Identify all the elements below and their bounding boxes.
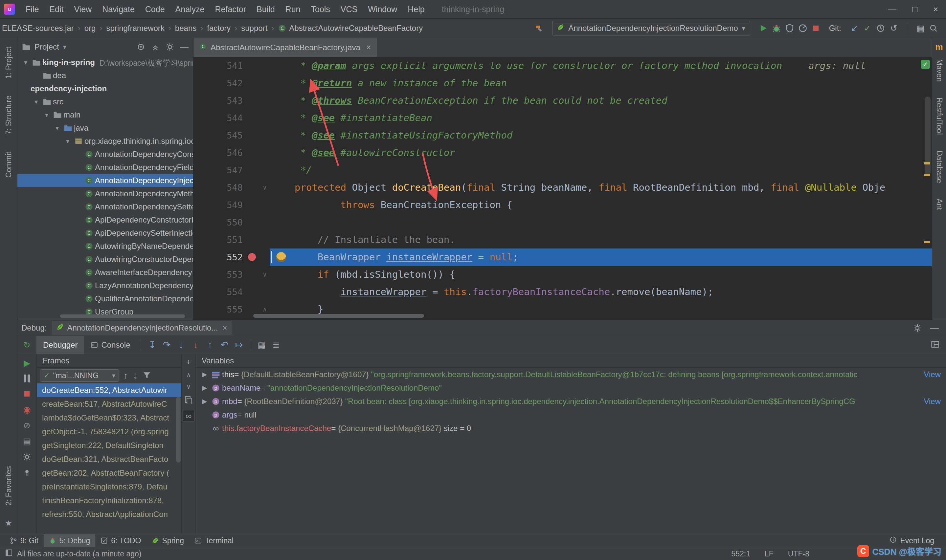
close-icon[interactable]: × — [222, 323, 227, 332]
debug-view-tab-console[interactable]: Console — [84, 336, 137, 354]
project-view-label[interactable]: Project — [34, 42, 59, 52]
code-line[interactable]: 551 // Instantiate the bean. — [194, 231, 932, 248]
tree-item[interactable]: CApiDependencyConstructorInjec — [17, 213, 193, 226]
tool-tab-todo[interactable]: 6: TODO — [95, 534, 146, 547]
line-number[interactable]: 544 — [194, 109, 245, 127]
breakpoint-gutter[interactable] — [245, 248, 260, 266]
stripe-item-commit[interactable]: Commit — [4, 152, 13, 178]
pin-icon[interactable] — [23, 468, 31, 477]
stack-frame[interactable]: createBean:517, AbstractAutowireC — [37, 397, 181, 411]
thread-dump-icon[interactable]: ▤ — [23, 437, 31, 445]
tree-item[interactable]: CAutowiringConstructorDepender — [17, 253, 193, 266]
view-breakpoints-icon[interactable]: ◉ — [23, 405, 31, 414]
coverage-icon[interactable] — [786, 24, 794, 32]
variable-row[interactable]: ▶pbeanName = "annotationDependencyInject… — [196, 381, 946, 395]
file-encoding[interactable]: UTF-8 — [788, 549, 809, 558]
close-button[interactable]: × — [925, 0, 946, 18]
tree-item[interactable]: CQualifierAnnotationDependency — [17, 292, 193, 305]
maximize-button[interactable]: □ — [904, 0, 925, 18]
code-line[interactable]: 545 * @see #instantiateUsingFactoryMetho… — [194, 127, 932, 144]
line-number[interactable]: 546 — [194, 144, 245, 162]
run-icon[interactable] — [759, 24, 768, 32]
drop-frame-icon[interactable]: ↶ — [221, 340, 228, 349]
warning-stripe-mark[interactable] — [924, 174, 930, 176]
line-number[interactable]: 553 — [194, 266, 245, 283]
menu-item-analyze[interactable]: Analyze — [170, 0, 210, 18]
editor-tab[interactable]: C AbstractAutowireCapableBeanFactory.jav… — [194, 38, 377, 57]
add-watch-icon[interactable]: + — [186, 357, 191, 366]
breakpoint-icon[interactable] — [248, 253, 256, 261]
thread-selector[interactable]: ✓ "mai...NNING ▾ — [40, 369, 119, 382]
tree-expand-arrow[interactable]: ▾ — [31, 98, 41, 106]
breadcrumb-item[interactable]: beans — [175, 24, 196, 33]
code-line[interactable]: 549 throws BeanCreationException { — [194, 196, 932, 214]
up-icon[interactable]: ↑ — [123, 371, 128, 380]
tool-tab-debug[interactable]: 5: Debug — [44, 534, 95, 547]
fold-marker-icon[interactable]: ∨ — [260, 266, 270, 283]
menu-item-vcs[interactable]: VCS — [335, 0, 363, 18]
inspection-ok-icon[interactable]: ✓ — [921, 60, 930, 69]
line-number[interactable]: 542 — [194, 74, 245, 92]
view-link[interactable]: View — [919, 370, 941, 379]
menu-item-run[interactable]: Run — [280, 0, 306, 18]
force-step-into-icon[interactable]: ↓ — [194, 340, 198, 349]
breadcrumb-item[interactable]: support — [241, 24, 267, 33]
code-line[interactable]: 543 * @throws BeanCreationException if t… — [194, 92, 932, 109]
tree-item[interactable]: ependency-injection — [17, 82, 193, 95]
tree-item[interactable]: CAnnotationDependencySetterInj — [17, 200, 193, 213]
hide-icon[interactable]: — — [180, 43, 188, 51]
step-into-icon[interactable]: ↓ — [179, 340, 183, 349]
commit-check-icon[interactable]: ✓ — [864, 24, 871, 32]
tree-item[interactable]: ▾king-in-springD:\workspace\极客学习\spring — [17, 56, 193, 69]
tree-item[interactable]: CApiDependencySetterInjectionD — [17, 226, 193, 240]
menu-item-code[interactable]: Code — [140, 0, 170, 18]
stack-frame[interactable]: refresh:550, AbstractApplicationCon — [37, 508, 181, 521]
tree-item[interactable]: ▾main — [17, 108, 193, 122]
caret-position[interactable]: 552:1 — [731, 549, 750, 558]
editor-horizontal-scrollbar[interactable] — [253, 314, 424, 318]
stack-frame[interactable]: getSingleton:222, DefaultSingleton — [37, 438, 181, 452]
settings-icon[interactable] — [166, 43, 174, 51]
grid-icon[interactable]: ▦ — [917, 24, 924, 32]
watches-toggle[interactable]: ∞ — [183, 410, 194, 422]
stripe-item-restfultool[interactable]: RestfulTool — [935, 97, 944, 135]
stack-frame[interactable]: lambda$doGetBean$0:323, Abstract — [37, 411, 181, 425]
debug-view-tab-debugger[interactable]: Debugger — [37, 336, 84, 354]
menu-item-edit[interactable]: Edit — [44, 0, 69, 18]
stack-frame[interactable]: finishBeanFactoryInitialization:878, — [37, 494, 181, 508]
menu-item-window[interactable]: Window — [363, 0, 402, 18]
tree-item[interactable]: ▾src — [17, 95, 193, 108]
run-config-selector[interactable]: AnnotationDependencyInjectionResolutionD… — [552, 21, 750, 35]
variable-row[interactable]: pargs = null — [196, 408, 946, 422]
view-link[interactable]: View — [919, 397, 941, 406]
tool-tab-spring[interactable]: Spring — [146, 534, 189, 547]
filter-icon[interactable] — [143, 371, 151, 380]
stripe-item-maven[interactable]: Maven — [935, 59, 944, 82]
code-line[interactable]: 548∨ protected Object doCreateBean(final… — [194, 179, 932, 196]
code-line[interactable]: 552 BeanWrapper instanceWrapper = null; — [194, 248, 932, 266]
tree-expand-arrow[interactable]: ▾ — [63, 137, 72, 145]
stripe-item-favorites[interactable]: 2: Favorites — [4, 466, 13, 506]
warning-stripe-mark[interactable] — [924, 162, 930, 165]
stack-frame[interactable]: doCreateBean:552, AbstractAutowir — [37, 383, 181, 397]
menu-item-build[interactable]: Build — [251, 0, 280, 18]
step-over-icon[interactable]: ↷ — [163, 340, 171, 349]
search-icon[interactable] — [929, 24, 938, 32]
tree-item[interactable]: CAnnotationDependencyConstruc — [17, 148, 193, 161]
favorites-star-icon[interactable]: ★ — [5, 518, 12, 528]
locate-icon[interactable] — [137, 43, 145, 51]
collapse-icon[interactable]: ∧ — [186, 372, 191, 378]
tree-item[interactable]: dea — [17, 69, 193, 82]
line-number[interactable]: 550 — [194, 214, 245, 231]
expand-arrow-icon[interactable]: ▶ — [200, 397, 210, 405]
line-number[interactable]: 545 — [194, 127, 245, 144]
menu-item-help[interactable]: Help — [402, 0, 430, 18]
layout-icon[interactable] — [931, 340, 940, 349]
tree-expand-arrow[interactable]: ▾ — [52, 124, 62, 132]
minimize-button[interactable]: — — [880, 0, 904, 18]
tree-item[interactable]: CAnnotationDependencyMethodI — [17, 187, 193, 200]
tree-item[interactable]: ▾org.xiaoge.thinking.in.spring.ioc.dep — [17, 135, 193, 148]
mute-breakpoints-icon[interactable]: ⊘ — [23, 421, 31, 430]
stack-frame[interactable]: doGetBean:321, AbstractBeanFacto — [37, 452, 181, 466]
code-line[interactable]: 550 — [194, 214, 932, 231]
